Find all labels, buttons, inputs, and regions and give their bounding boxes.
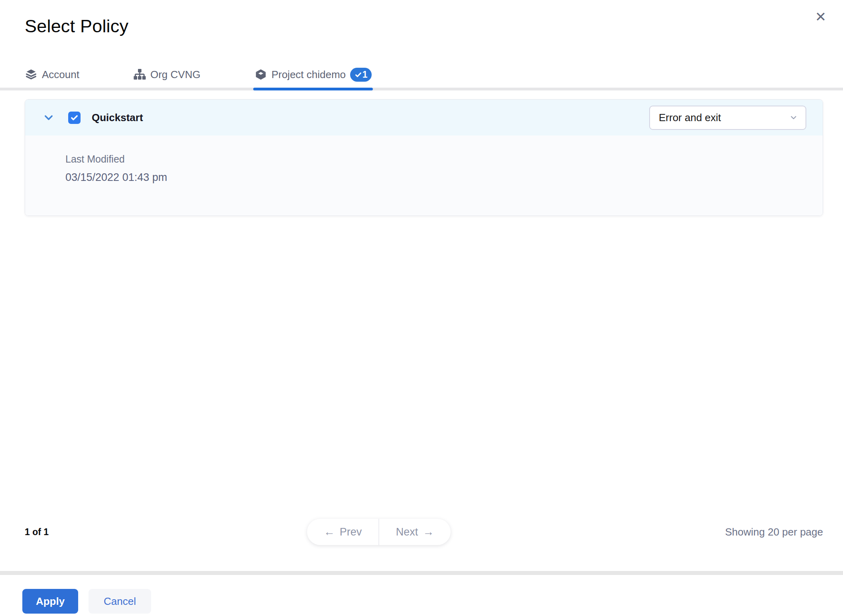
expand-chevron-icon[interactable] [42,111,55,124]
next-label: Next [396,526,418,538]
check-icon [70,114,79,122]
scope-tabs: Account Org CVNG [25,61,843,88]
close-button[interactable]: ✕ [810,6,831,27]
policy-checkbox[interactable] [68,112,81,124]
tabs-divider [0,88,843,90]
modal-title: Select Policy [25,16,843,37]
policy-list: Quickstart Error and exit Last Modified … [0,90,843,571]
cube-icon [254,68,267,81]
select-policy-modal: ✕ Select Policy Account [0,0,843,616]
checkmark-icon [355,71,362,78]
policy-action-select[interactable]: Error and exit [649,106,806,130]
arrow-right-icon: → [423,526,434,538]
tab-label: Project chidemo [272,69,346,81]
per-page-indicator: Showing 20 per page [725,526,823,538]
tab-project-chidemo[interactable]: Project chidemo 1 [254,61,372,88]
selected-count-badge: 1 [350,68,372,82]
org-chart-icon [133,68,146,81]
tab-org-cvng[interactable]: Org CVNG [133,61,201,88]
page-indicator: 1 of 1 [25,527,49,538]
policy-row-details: Last Modified 03/15/2022 01:43 pm [25,135,823,216]
prev-label: Prev [340,526,362,538]
tab-label: Org CVNG [150,69,201,81]
pager-pill: ← Prev Next → [307,519,451,545]
badge-count: 1 [362,69,368,80]
layers-icon [25,68,37,81]
tab-account[interactable]: Account [25,61,79,88]
policy-action-value: Error and exit [659,112,721,124]
next-button[interactable]: Next → [379,519,451,545]
apply-button[interactable]: Apply [22,589,78,614]
last-modified-label: Last Modified [65,153,823,165]
prev-button[interactable]: ← Prev [307,519,379,545]
last-modified-value: 03/15/2022 01:43 pm [65,171,823,184]
tab-label: Account [42,69,79,81]
cancel-button[interactable]: Cancel [89,589,151,614]
footer-divider [0,571,843,575]
close-icon: ✕ [815,9,827,24]
modal-footer: Apply Cancel [0,575,843,616]
policy-card: Quickstart Error and exit Last Modified … [25,99,823,216]
chevron-down-icon [789,113,798,122]
policy-row-header: Quickstart Error and exit [25,100,823,135]
arrow-left-icon: ← [324,526,335,538]
pagination-bar: 1 of 1 ← Prev Next → Showing 20 per page [25,519,823,545]
policy-name: Quickstart [92,112,143,124]
empty-space [25,216,823,519]
